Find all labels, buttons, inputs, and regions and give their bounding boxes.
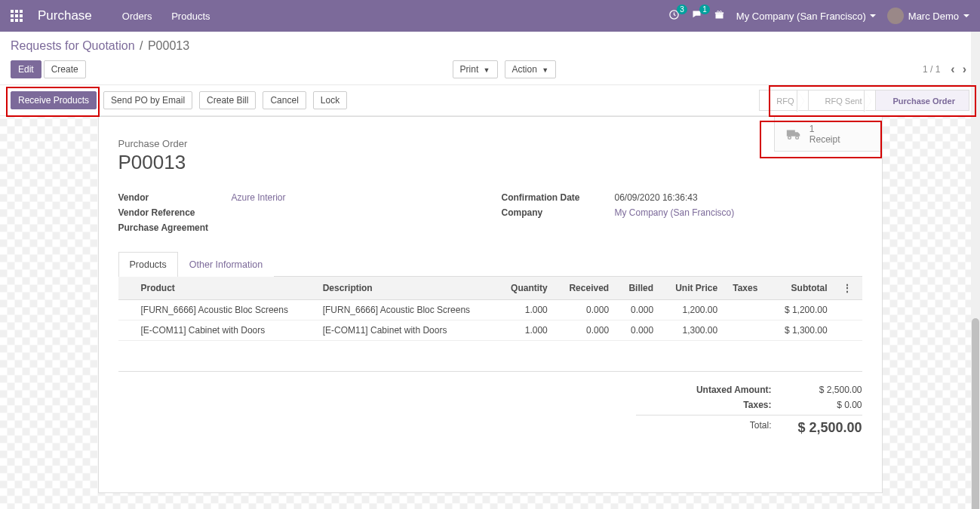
user-name: Marc Demo <box>908 11 959 22</box>
receipt-count: 1 <box>809 124 815 134</box>
svg-rect-3 <box>11 14 14 17</box>
col-quantity: Quantity <box>497 277 555 300</box>
status-rfq[interactable]: RFQ <box>759 90 807 111</box>
edit-button[interactable]: Edit <box>11 60 41 78</box>
scroll-thumb[interactable] <box>972 318 979 509</box>
statusbar: RFQ RFQ Sent Purchase Order <box>759 90 969 111</box>
nav-orders[interactable]: Orders <box>122 11 152 22</box>
vendor-ref-value <box>232 207 479 218</box>
svg-rect-5 <box>20 14 23 17</box>
vendor-ref-label: Vendor Reference <box>118 207 232 218</box>
cell-unit-price: 1,200.00 <box>661 300 725 320</box>
total-label: Total: <box>636 420 794 436</box>
purchase-agreement-label: Purchase Agreement <box>118 222 232 233</box>
svg-point-12 <box>788 136 791 139</box>
caret-down-icon: ▼ <box>542 66 548 74</box>
col-unit-price: Unit Price <box>661 277 725 300</box>
cancel-button[interactable]: Cancel <box>263 91 306 109</box>
order-lines-table: Product Description Quantity Received Bi… <box>118 277 862 341</box>
gift-icon[interactable] <box>714 9 725 23</box>
control-buttons-row: Edit Create Print ▼ Action ▼ 1 / 1 ‹ › <box>0 56 980 84</box>
col-subtotal: Subtotal <box>770 277 835 300</box>
cell-description: [FURN_6666] Acoustic Bloc Screens <box>315 300 497 320</box>
cell-description: [E-COM11] Cabinet with Doors <box>315 320 497 341</box>
user-menu[interactable]: Marc Demo <box>887 8 969 24</box>
action-bar: Receive Products Send PO by Email Create… <box>0 84 980 116</box>
nav-products[interactable]: Products <box>171 11 210 22</box>
breadcrumb-parent[interactable]: Requests for Quotation <box>11 39 135 52</box>
chevron-down-icon <box>870 14 876 20</box>
activities-icon[interactable]: 3 <box>668 9 680 23</box>
cell-received: 0.000 <box>555 300 616 320</box>
truck-icon <box>785 126 802 143</box>
company-selector[interactable]: My Company (San Francisco) <box>736 11 876 22</box>
breadcrumb-current: P00013 <box>148 39 189 52</box>
cell-subtotal: $ 1,300.00 <box>770 320 835 341</box>
svg-rect-2 <box>20 10 23 13</box>
col-options-icon[interactable]: ⋮ <box>835 277 862 300</box>
col-product: Product <box>134 277 315 300</box>
messages-icon[interactable]: 1 <box>691 9 702 23</box>
tab-other-information[interactable]: Other Information <box>178 252 274 277</box>
form-sheet: 1 Receipt Purchase Order P00013 Vendor A… <box>98 116 883 493</box>
receipt-stat-button[interactable]: 1 Receipt <box>775 117 882 151</box>
confirmation-date-value: 06/09/2020 16:36:43 <box>615 192 862 203</box>
print-dropdown[interactable]: Print ▼ <box>453 60 498 78</box>
untaxed-amount-label: Untaxed Amount: <box>636 385 794 395</box>
col-received: Received <box>555 277 616 300</box>
receive-products-button[interactable]: Receive Products <box>11 91 97 109</box>
table-row[interactable]: [FURN_6666] Acoustic Bloc Screens[FURN_6… <box>118 300 862 320</box>
action-dropdown[interactable]: Action ▼ <box>505 60 557 78</box>
cell-taxes <box>725 300 770 320</box>
chevron-down-icon <box>963 14 969 20</box>
avatar <box>887 8 904 24</box>
svg-rect-0 <box>11 10 14 13</box>
svg-rect-11 <box>715 12 723 14</box>
company-label: Company <box>502 207 615 218</box>
form-title: P00013 <box>118 151 862 174</box>
taxes-value: $ 0.00 <box>794 400 862 410</box>
cell-billed: 0.000 <box>616 320 661 341</box>
company-value[interactable]: My Company (San Francisco) <box>615 207 862 218</box>
status-rfq-sent[interactable]: RFQ Sent <box>808 90 876 111</box>
form-title-label: Purchase Order <box>118 138 862 149</box>
svg-point-13 <box>796 136 799 139</box>
pager-next[interactable]: › <box>960 61 969 78</box>
status-purchase-order[interactable]: Purchase Order <box>875 90 969 111</box>
send-po-email-button[interactable]: Send PO by Email <box>103 91 192 109</box>
cell-quantity: 1.000 <box>497 300 555 320</box>
top-nav: Purchase Orders Products 3 1 My Company … <box>0 0 980 32</box>
untaxed-amount-value: $ 2,500.00 <box>794 385 862 395</box>
cell-product: [E-COM11] Cabinet with Doors <box>134 320 315 341</box>
taxes-label: Taxes: <box>636 400 794 410</box>
svg-rect-4 <box>15 14 18 17</box>
svg-rect-6 <box>11 19 14 22</box>
cell-subtotal: $ 1,200.00 <box>770 300 835 320</box>
cell-received: 0.000 <box>555 320 616 341</box>
col-billed: Billed <box>616 277 661 300</box>
vendor-label: Vendor <box>118 192 232 203</box>
action-label: Action <box>512 64 537 75</box>
confirmation-date-label: Confirmation Date <box>502 192 615 203</box>
lock-button[interactable]: Lock <box>313 91 347 109</box>
svg-rect-10 <box>715 14 723 18</box>
company-name: My Company (San Francisco) <box>736 11 866 22</box>
total-value: $ 2,500.00 <box>794 420 862 436</box>
cell-unit-price: 1,300.00 <box>661 320 725 341</box>
apps-icon[interactable] <box>11 10 23 22</box>
activities-count: 3 <box>677 5 687 14</box>
cell-quantity: 1.000 <box>497 320 555 341</box>
table-row[interactable]: [E-COM11] Cabinet with Doors[E-COM11] Ca… <box>118 320 862 341</box>
caret-down-icon: ▼ <box>484 66 490 74</box>
col-taxes: Taxes <box>725 277 770 300</box>
app-brand[interactable]: Purchase <box>38 8 92 23</box>
create-button[interactable]: Create <box>44 60 86 78</box>
tab-products[interactable]: Products <box>118 252 178 277</box>
pager-text: 1 / 1 <box>923 64 940 75</box>
vendor-value[interactable]: Azure Interior <box>232 192 479 203</box>
scrollbar[interactable] <box>971 32 980 509</box>
pager-prev[interactable]: ‹ <box>948 61 957 78</box>
breadcrumb-row: Requests for Quotation / P00013 <box>0 32 980 56</box>
col-description: Description <box>315 277 497 300</box>
create-bill-button[interactable]: Create Bill <box>199 91 256 109</box>
